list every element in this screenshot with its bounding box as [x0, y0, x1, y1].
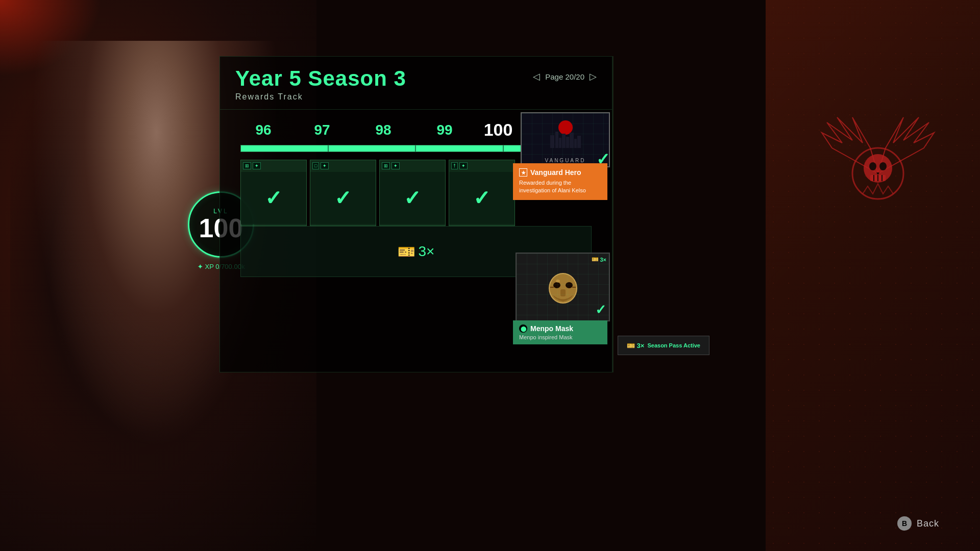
divider-3 [416, 145, 504, 152]
svg-rect-13 [566, 137, 569, 148]
xp-icon: ✦ [198, 263, 203, 270]
check-3: ✓ [404, 186, 421, 210]
card-icon-4b: ✦ [459, 162, 468, 169]
vanguard-tooltip: ★ Vanguard Hero Rewarded during the inve… [513, 163, 607, 200]
right-separator [612, 56, 614, 372]
tooltip-icon-vanguard: ★ [519, 168, 527, 177]
page-label: Page 20/20 [545, 72, 584, 81]
card-icon-4a: † [451, 162, 458, 169]
skull-emblem [806, 102, 949, 245]
menpo-tooltip-title-text: Menpo Mask [530, 324, 573, 333]
bonus-triple: 🎫 3× [398, 243, 435, 260]
svg-point-3 [879, 162, 887, 170]
reward-card-96[interactable]: ⊞ ✦ ✓ [240, 160, 307, 226]
level-96: 96 [240, 122, 286, 138]
menpo-tooltip: ⬤ Menpo Mask Menpo inspired Mask [513, 320, 607, 344]
title-block: Year 5 Season 3 Rewards Track [235, 67, 406, 102]
vanguard-skyline-svg [548, 117, 583, 151]
card-icon-2a: □ [312, 162, 319, 169]
back-btn-label: Back [917, 518, 939, 529]
back-button[interactable]: B Back [897, 516, 939, 531]
card-icon-1a: ⊞ [243, 162, 251, 169]
svg-rect-15 [574, 139, 577, 148]
bonus-multiplier: 3× [419, 243, 435, 260]
vanguard-tooltip-title: Vanguard Hero [530, 168, 581, 177]
page-prev-icon[interactable]: ◁ [533, 71, 540, 82]
back-icon-letter: B [902, 519, 907, 528]
back-btn-icon: B [897, 516, 912, 531]
menpo-triple-label: 3× [600, 257, 606, 263]
menpo-tooltip-desc: Menpo inspired Mask [519, 334, 601, 340]
menpo-badge: 🎫 3× [592, 256, 606, 263]
reward-card-99[interactable]: † ✦ ✓ [449, 160, 515, 226]
svg-rect-9 [550, 135, 554, 148]
menpo-tooltip-icon: ⬤ [519, 324, 527, 333]
menpo-tooltip-title-row: ⬤ Menpo Mask [519, 324, 601, 333]
level-97: 97 [299, 122, 345, 138]
divider-1 [241, 145, 329, 152]
svg-rect-14 [570, 133, 574, 148]
divider-2 [329, 145, 416, 152]
svg-point-8 [558, 120, 573, 135]
background-right [766, 0, 980, 551]
menpo-check: ✓ [595, 302, 606, 318]
season-pass-label: Season Pass Active [647, 342, 700, 348]
page-info: ◁ Page 20/20 ▷ [533, 71, 597, 82]
svg-rect-16 [577, 136, 581, 148]
svg-rect-11 [559, 138, 561, 148]
check-1: ✓ [265, 186, 282, 210]
page-next-icon[interactable]: ▷ [590, 71, 597, 82]
tooltip-title-vanguard: ★ Vanguard Hero [519, 168, 601, 177]
bonus-icon: 🎫 [398, 243, 415, 260]
reward-card-98[interactable]: ⊞ ✦ ✓ [379, 160, 446, 226]
card-icon-1b: ✦ [253, 162, 261, 169]
svg-rect-12 [562, 134, 566, 148]
menpo-triple-icon: 🎫 [592, 256, 599, 263]
reward-card-97[interactable]: □ ✦ ✓ [310, 160, 376, 226]
card-icon-3b: ✦ [391, 162, 400, 169]
subtitle: Rewards Track [235, 92, 406, 102]
vanguard-tooltip-desc: Rewarded during the investigation of Ala… [519, 179, 601, 195]
season-title: Year 5 Season 3 [235, 67, 406, 90]
panel-header: Year 5 Season 3 Rewards Track ◁ Page 20/… [220, 57, 612, 110]
svg-point-2 [869, 162, 876, 170]
level-100: 100 [475, 120, 521, 140]
check-4: ✓ [473, 186, 491, 210]
vanguard-card[interactable]: VANGUARD ✓ [521, 112, 610, 167]
level-98: 98 [360, 122, 406, 138]
card-icon-2b: ✦ [321, 162, 329, 169]
season-pass-badge-icon: 🎫 3× [627, 342, 644, 349]
season-pass-banner: 🎫 3× Season Pass Active [618, 336, 709, 355]
menpo-card[interactable]: 🎫 3× ✓ [516, 253, 610, 321]
svg-rect-10 [555, 132, 558, 148]
card-icon-3a: ⊞ [382, 162, 390, 169]
svg-text:★: ★ [521, 170, 526, 176]
check-2: ✓ [334, 186, 352, 210]
level-99: 99 [422, 122, 468, 138]
